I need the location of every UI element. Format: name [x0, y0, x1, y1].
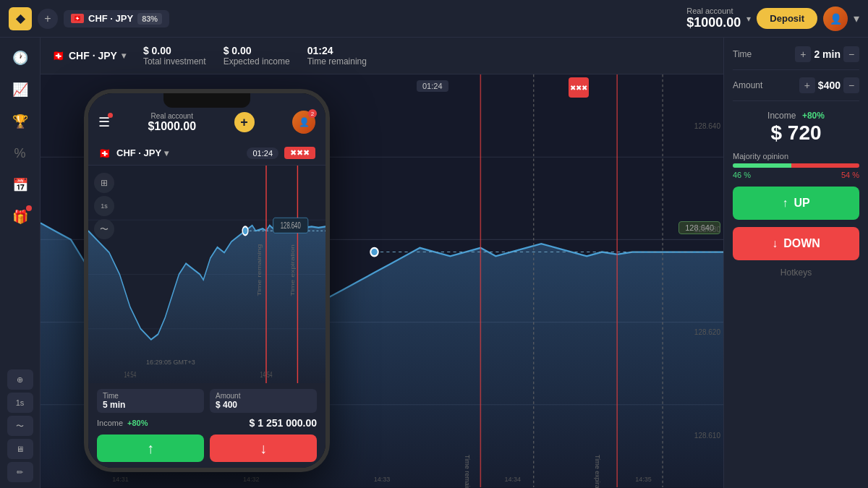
phone-amount-value: $ 400	[216, 400, 311, 410]
income-section: Income +80% $ 720	[733, 108, 859, 145]
majority-label: Majority opinion	[733, 152, 859, 160]
majority-green-bar	[733, 163, 791, 168]
time-remaining-label-chart: Time remaining	[464, 455, 471, 488]
sidebar-icon-percent[interactable]: %	[6, 139, 35, 168]
add-tab-button[interactable]: +	[38, 9, 58, 29]
phone-chart: 128.640 14:54 14:54 Time remaining Time …	[88, 166, 326, 383]
sidebar-icon-calendar[interactable]: 📅	[6, 171, 35, 200]
time-remaining-label: Time remaining	[307, 56, 367, 67]
svg-text:14:54: 14:54	[260, 371, 273, 380]
sidebar-icon-gift[interactable]: 🎁	[6, 202, 35, 231]
income-label: Income	[767, 111, 796, 121]
down-arrow-icon: ↓	[772, 237, 778, 250]
right-panel: Time + 2 min − Amount + $400 − Income +8…	[723, 38, 868, 488]
account-label: Real account	[686, 7, 741, 15]
top-bar: ◆ + 🇨🇭 CHF · JPY 83% Real account $1000.…	[0, 0, 868, 38]
majority-red-pct: 54 %	[841, 171, 859, 179]
svg-text:14:54: 14:54	[124, 371, 136, 380]
phone-income-label: Income	[97, 419, 123, 427]
phone-avatar: 👤 2	[292, 111, 315, 134]
phone-time-box: Time 5 min	[97, 389, 204, 413]
time-axis: 14:31 14:32 14:33 14:34 14:35	[41, 476, 723, 483]
deposit-button[interactable]: Deposit	[757, 8, 817, 29]
time-label: Time	[733, 49, 752, 59]
pair-flag: 🇨🇭	[71, 14, 84, 23]
phone-down-button[interactable]: ↓	[210, 435, 317, 462]
small-btn-4[interactable]: 🖥	[7, 439, 33, 459]
hotkeys-label[interactable]: Hotkeys	[733, 267, 859, 278]
pair-dropdown-icon[interactable]: ▾	[122, 51, 126, 61]
up-button[interactable]: ↑ UP	[733, 187, 859, 220]
account-dropdown-icon[interactable]: ▾	[746, 14, 751, 24]
account-value: $1000.00	[686, 15, 741, 30]
time-minus-button[interactable]: −	[843, 46, 859, 62]
phone-avatar-badge: 2	[308, 109, 317, 118]
majority-section: Majority opinion 46 % 54 %	[733, 152, 859, 179]
sidebar-icon-trophy[interactable]: 🏆	[6, 107, 35, 136]
phone-notch	[163, 93, 250, 108]
total-investment-stat: $ 0.00 Total investment	[143, 45, 206, 67]
chart-header: 🇨🇭 CHF · JPY ▾ $ 0.00 Total investment $…	[41, 38, 723, 74]
avatar-dropdown-icon[interactable]: ▾	[854, 12, 859, 25]
phone-time-label: Time	[103, 392, 198, 400]
up-arrow-icon: ↑	[782, 197, 788, 210]
small-btn-3[interactable]: 〜	[7, 416, 33, 436]
time-remaining-value: 01:24	[307, 45, 367, 56]
majority-bar	[733, 163, 859, 168]
small-btn-2[interactable]: 1s	[7, 393, 33, 413]
phone-amount-box: Amount $ 400	[210, 389, 317, 413]
svg-point-5	[370, 248, 378, 256]
phone-income-badge: +80%	[127, 419, 148, 427]
down-button[interactable]: ↓ DOWN	[733, 227, 859, 260]
phone-target-badge: ✖✖✖	[284, 147, 315, 159]
majority-red-bar	[791, 163, 860, 168]
pair-label: CHF · JPY	[88, 13, 133, 24]
time-label-1: 01:24	[417, 80, 448, 92]
pair-tab[interactable]: 🇨🇭 CHF · JPY 83%	[64, 10, 169, 27]
divider-1	[733, 69, 859, 70]
amount-value: $400	[818, 80, 841, 91]
small-btn-1[interactable]: ⊕	[7, 369, 33, 390]
phone-btn-row: ↑ ↓	[97, 435, 317, 462]
time-plus-button[interactable]: +	[795, 46, 811, 62]
phone-add-button[interactable]: +	[234, 112, 255, 132]
phone-ctrl-candles[interactable]: ⊞	[94, 173, 114, 193]
phone-controls: ⊞ 1s 〜	[94, 173, 114, 239]
phone-amount-label: Amount	[216, 392, 311, 400]
phone-up-button[interactable]: ↑	[97, 435, 204, 462]
phone-stats-row: Time 5 min Amount $ 400	[97, 389, 317, 413]
expected-income-label: Expected income	[224, 56, 290, 67]
pair-percent: 83%	[137, 13, 162, 25]
time-row: Time + 2 min −	[733, 46, 859, 62]
phone-ctrl-wave[interactable]: 〜	[94, 219, 114, 239]
phone-pair-name: CHF · JPY ▾	[116, 147, 169, 158]
avatar[interactable]: 👤	[823, 7, 848, 31]
chart-container: 🇨🇭 CHF · JPY ▾ $ 0.00 Total investment $…	[41, 38, 723, 488]
phone-time-value: 5 min	[103, 400, 198, 410]
sidebar-icon-chart[interactable]: 📈	[6, 75, 35, 104]
phone-menu-icon: ☰	[98, 114, 110, 130]
price-label: 128.640	[678, 221, 720, 234]
expected-income-stat: $ 0.00 Expected income	[224, 45, 290, 67]
sidebar-icon-clock[interactable]: 🕐	[6, 43, 35, 72]
divider-2	[733, 100, 859, 101]
pair-selector[interactable]: 🇨🇭 CHF · JPY ▾	[52, 50, 126, 61]
amount-minus-button[interactable]: −	[843, 77, 859, 93]
svg-text:Time expiration: Time expiration	[289, 244, 295, 296]
target-icon: ✖✖✖	[569, 77, 589, 98]
chart-pair: CHF · JPY	[69, 50, 117, 61]
phone-income-value: $ 1 251 000.00	[250, 417, 317, 429]
phone-ctrl-1s[interactable]: 1s	[94, 196, 114, 216]
left-sidebar: 🕐 📈 🏆 % 📅 🎁 ⊕ 1s 〜 🖥 ✏	[0, 38, 41, 488]
logo-icon: ◆	[9, 7, 32, 30]
phone-time-badge: 01:24	[247, 147, 278, 159]
amount-label: Amount	[733, 80, 762, 90]
phone-menu-dot	[108, 113, 113, 118]
chart-body: 01:24 ✖✖✖ 128.640 128.640 128.630 128.62…	[41, 74, 723, 487]
amount-plus-button[interactable]: +	[799, 77, 815, 93]
account-area: Real account $1000.00 ▾	[686, 7, 751, 30]
svg-text:Time remaining: Time remaining	[257, 244, 263, 296]
phone-inner: ☰ Real account $1000.00 + 👤 2	[88, 93, 326, 468]
phone-mockup: ☰ Real account $1000.00 + 👤 2	[84, 89, 330, 472]
small-btn-5[interactable]: ✏	[7, 462, 33, 482]
